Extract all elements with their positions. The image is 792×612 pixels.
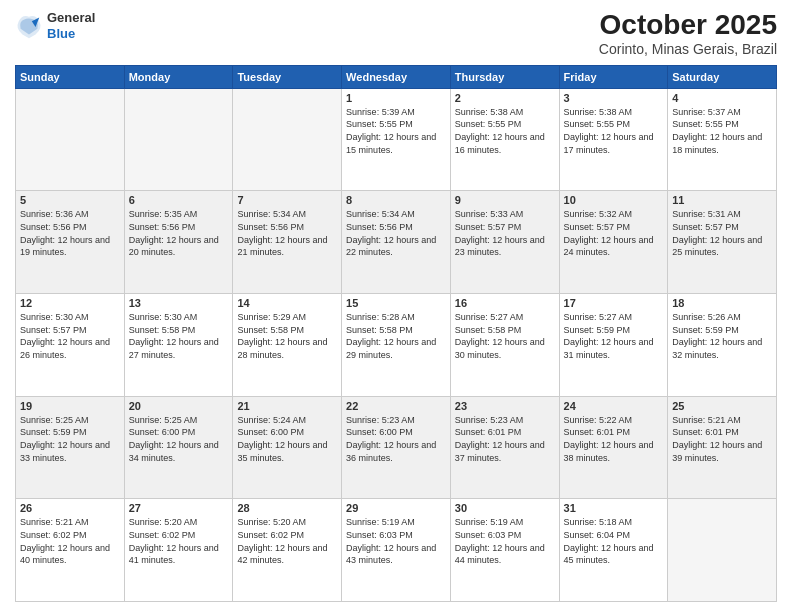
col-thursday: Thursday (450, 65, 559, 88)
day-info: Sunrise: 5:24 AM Sunset: 6:00 PM Dayligh… (237, 414, 337, 464)
day-number: 18 (672, 297, 772, 309)
calendar-cell: 25Sunrise: 5:21 AM Sunset: 6:01 PM Dayli… (668, 396, 777, 499)
day-info: Sunrise: 5:39 AM Sunset: 5:55 PM Dayligh… (346, 106, 446, 156)
day-number: 10 (564, 194, 664, 206)
calendar-row: 12Sunrise: 5:30 AM Sunset: 5:57 PM Dayli… (16, 294, 777, 397)
day-number: 29 (346, 502, 446, 514)
calendar-cell (124, 88, 233, 191)
calendar-row: 19Sunrise: 5:25 AM Sunset: 5:59 PM Dayli… (16, 396, 777, 499)
day-info: Sunrise: 5:31 AM Sunset: 5:57 PM Dayligh… (672, 208, 772, 258)
logo-icon (15, 12, 43, 40)
day-info: Sunrise: 5:21 AM Sunset: 6:01 PM Dayligh… (672, 414, 772, 464)
day-info: Sunrise: 5:20 AM Sunset: 6:02 PM Dayligh… (237, 516, 337, 566)
day-number: 6 (129, 194, 229, 206)
calendar-cell: 27Sunrise: 5:20 AM Sunset: 6:02 PM Dayli… (124, 499, 233, 602)
day-number: 26 (20, 502, 120, 514)
calendar-cell: 24Sunrise: 5:22 AM Sunset: 6:01 PM Dayli… (559, 396, 668, 499)
day-number: 8 (346, 194, 446, 206)
calendar-cell: 10Sunrise: 5:32 AM Sunset: 5:57 PM Dayli… (559, 191, 668, 294)
day-number: 20 (129, 400, 229, 412)
calendar-cell: 17Sunrise: 5:27 AM Sunset: 5:59 PM Dayli… (559, 294, 668, 397)
day-info: Sunrise: 5:27 AM Sunset: 5:58 PM Dayligh… (455, 311, 555, 361)
header: General Blue October 2025 Corinto, Minas… (15, 10, 777, 57)
day-number: 4 (672, 92, 772, 104)
calendar-cell: 15Sunrise: 5:28 AM Sunset: 5:58 PM Dayli… (342, 294, 451, 397)
col-saturday: Saturday (668, 65, 777, 88)
calendar-cell: 31Sunrise: 5:18 AM Sunset: 6:04 PM Dayli… (559, 499, 668, 602)
day-number: 17 (564, 297, 664, 309)
day-number: 25 (672, 400, 772, 412)
day-number: 21 (237, 400, 337, 412)
title-block: October 2025 Corinto, Minas Gerais, Braz… (599, 10, 777, 57)
calendar-row: 1Sunrise: 5:39 AM Sunset: 5:55 PM Daylig… (16, 88, 777, 191)
calendar-location: Corinto, Minas Gerais, Brazil (599, 41, 777, 57)
calendar-cell: 8Sunrise: 5:34 AM Sunset: 5:56 PM Daylig… (342, 191, 451, 294)
day-info: Sunrise: 5:22 AM Sunset: 6:01 PM Dayligh… (564, 414, 664, 464)
calendar-cell: 30Sunrise: 5:19 AM Sunset: 6:03 PM Dayli… (450, 499, 559, 602)
calendar-cell: 4Sunrise: 5:37 AM Sunset: 5:55 PM Daylig… (668, 88, 777, 191)
day-info: Sunrise: 5:23 AM Sunset: 6:00 PM Dayligh… (346, 414, 446, 464)
day-info: Sunrise: 5:25 AM Sunset: 6:00 PM Dayligh… (129, 414, 229, 464)
logo-general: General (47, 10, 95, 25)
day-number: 9 (455, 194, 555, 206)
calendar-cell: 13Sunrise: 5:30 AM Sunset: 5:58 PM Dayli… (124, 294, 233, 397)
calendar-cell: 18Sunrise: 5:26 AM Sunset: 5:59 PM Dayli… (668, 294, 777, 397)
day-info: Sunrise: 5:28 AM Sunset: 5:58 PM Dayligh… (346, 311, 446, 361)
calendar-cell: 7Sunrise: 5:34 AM Sunset: 5:56 PM Daylig… (233, 191, 342, 294)
col-friday: Friday (559, 65, 668, 88)
day-info: Sunrise: 5:33 AM Sunset: 5:57 PM Dayligh… (455, 208, 555, 258)
calendar-cell: 29Sunrise: 5:19 AM Sunset: 6:03 PM Dayli… (342, 499, 451, 602)
day-number: 30 (455, 502, 555, 514)
day-number: 15 (346, 297, 446, 309)
day-info: Sunrise: 5:20 AM Sunset: 6:02 PM Dayligh… (129, 516, 229, 566)
day-number: 1 (346, 92, 446, 104)
header-row: Sunday Monday Tuesday Wednesday Thursday… (16, 65, 777, 88)
calendar-cell: 9Sunrise: 5:33 AM Sunset: 5:57 PM Daylig… (450, 191, 559, 294)
day-number: 19 (20, 400, 120, 412)
day-info: Sunrise: 5:25 AM Sunset: 5:59 PM Dayligh… (20, 414, 120, 464)
day-number: 31 (564, 502, 664, 514)
day-info: Sunrise: 5:21 AM Sunset: 6:02 PM Dayligh… (20, 516, 120, 566)
day-info: Sunrise: 5:30 AM Sunset: 5:58 PM Dayligh… (129, 311, 229, 361)
calendar-cell: 1Sunrise: 5:39 AM Sunset: 5:55 PM Daylig… (342, 88, 451, 191)
calendar-cell: 21Sunrise: 5:24 AM Sunset: 6:00 PM Dayli… (233, 396, 342, 499)
calendar-cell: 19Sunrise: 5:25 AM Sunset: 5:59 PM Dayli… (16, 396, 125, 499)
calendar-cell: 11Sunrise: 5:31 AM Sunset: 5:57 PM Dayli… (668, 191, 777, 294)
day-number: 7 (237, 194, 337, 206)
day-info: Sunrise: 5:32 AM Sunset: 5:57 PM Dayligh… (564, 208, 664, 258)
calendar-cell: 26Sunrise: 5:21 AM Sunset: 6:02 PM Dayli… (16, 499, 125, 602)
col-wednesday: Wednesday (342, 65, 451, 88)
day-number: 5 (20, 194, 120, 206)
logo-blue: Blue (47, 26, 75, 41)
day-number: 24 (564, 400, 664, 412)
day-number: 3 (564, 92, 664, 104)
day-info: Sunrise: 5:23 AM Sunset: 6:01 PM Dayligh… (455, 414, 555, 464)
day-info: Sunrise: 5:37 AM Sunset: 5:55 PM Dayligh… (672, 106, 772, 156)
day-info: Sunrise: 5:27 AM Sunset: 5:59 PM Dayligh… (564, 311, 664, 361)
calendar-table: Sunday Monday Tuesday Wednesday Thursday… (15, 65, 777, 602)
day-info: Sunrise: 5:29 AM Sunset: 5:58 PM Dayligh… (237, 311, 337, 361)
logo-text: General Blue (47, 10, 95, 41)
calendar-row: 26Sunrise: 5:21 AM Sunset: 6:02 PM Dayli… (16, 499, 777, 602)
day-info: Sunrise: 5:35 AM Sunset: 5:56 PM Dayligh… (129, 208, 229, 258)
day-info: Sunrise: 5:19 AM Sunset: 6:03 PM Dayligh… (346, 516, 446, 566)
day-number: 22 (346, 400, 446, 412)
day-number: 14 (237, 297, 337, 309)
calendar-cell: 6Sunrise: 5:35 AM Sunset: 5:56 PM Daylig… (124, 191, 233, 294)
calendar-cell: 16Sunrise: 5:27 AM Sunset: 5:58 PM Dayli… (450, 294, 559, 397)
calendar-cell: 22Sunrise: 5:23 AM Sunset: 6:00 PM Dayli… (342, 396, 451, 499)
calendar-title: October 2025 (599, 10, 777, 41)
day-info: Sunrise: 5:34 AM Sunset: 5:56 PM Dayligh… (346, 208, 446, 258)
day-info: Sunrise: 5:19 AM Sunset: 6:03 PM Dayligh… (455, 516, 555, 566)
day-number: 23 (455, 400, 555, 412)
day-number: 13 (129, 297, 229, 309)
day-info: Sunrise: 5:18 AM Sunset: 6:04 PM Dayligh… (564, 516, 664, 566)
calendar-cell: 5Sunrise: 5:36 AM Sunset: 5:56 PM Daylig… (16, 191, 125, 294)
day-number: 12 (20, 297, 120, 309)
col-sunday: Sunday (16, 65, 125, 88)
calendar-cell (668, 499, 777, 602)
day-number: 16 (455, 297, 555, 309)
calendar-cell: 20Sunrise: 5:25 AM Sunset: 6:00 PM Dayli… (124, 396, 233, 499)
day-info: Sunrise: 5:30 AM Sunset: 5:57 PM Dayligh… (20, 311, 120, 361)
logo: General Blue (15, 10, 95, 41)
